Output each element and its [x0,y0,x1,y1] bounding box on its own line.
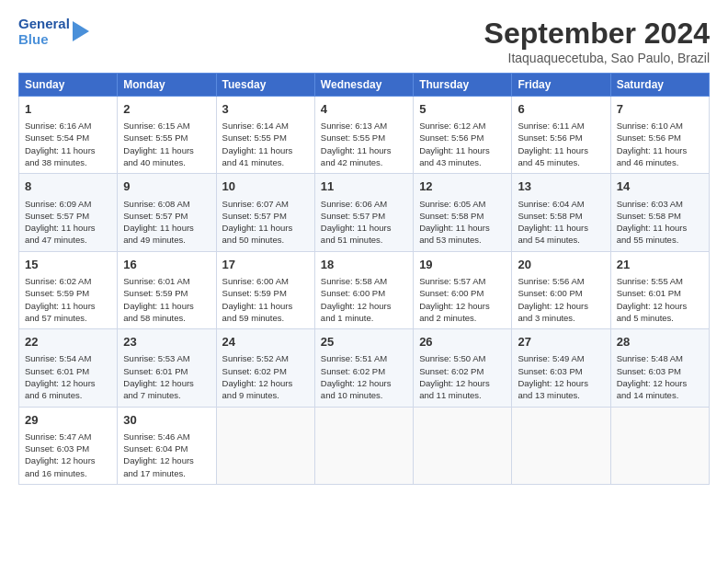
calendar-cell [216,407,314,484]
calendar-cell [414,407,512,484]
logo-line1: General [18,17,70,32]
logo-line2: Blue [18,32,70,48]
day-of-week-wednesday: Wednesday [314,74,413,97]
day-info: Sunrise: 5:46 AM Sunset: 6:04 PM Dayligh… [123,431,210,479]
day-number: 9 [123,178,210,195]
calendar-cell [314,407,413,484]
calendar-cell: 30Sunrise: 5:46 AM Sunset: 6:04 PM Dayli… [118,407,216,484]
day-number: 4 [321,101,407,118]
calendar-cell: 16Sunrise: 6:01 AM Sunset: 5:59 PM Dayli… [118,251,216,328]
location: Itaquaquecetuba, Sao Paulo, Brazil [484,51,710,65]
day-number: 27 [518,334,604,350]
calendar-cell: 19Sunrise: 5:57 AM Sunset: 6:00 PM Dayli… [414,251,512,328]
day-of-week-tuesday: Tuesday [216,74,314,97]
day-number: 16 [123,257,210,273]
day-info: Sunrise: 5:57 AM Sunset: 6:00 PM Dayligh… [419,275,506,324]
day-info: Sunrise: 5:55 AM Sunset: 6:01 PM Dayligh… [617,275,703,324]
day-info: Sunrise: 5:52 AM Sunset: 6:02 PM Dayligh… [222,352,309,401]
day-number: 14 [617,178,703,195]
day-info: Sunrise: 6:04 AM Sunset: 5:58 PM Dayligh… [518,198,604,247]
day-number: 8 [25,178,111,195]
day-of-week-monday: Monday [118,74,216,97]
calendar-cell: 4Sunrise: 6:13 AM Sunset: 5:55 PM Daylig… [314,97,413,174]
day-number: 24 [222,334,309,350]
calendar-cell: 11Sunrise: 6:06 AM Sunset: 5:57 PM Dayli… [314,174,413,251]
day-number: 6 [518,101,604,118]
calendar-cell: 9Sunrise: 6:08 AM Sunset: 5:57 PM Daylig… [118,174,216,251]
day-info: Sunrise: 6:06 AM Sunset: 5:57 PM Dayligh… [321,198,407,247]
day-of-week-friday: Friday [512,74,610,97]
day-number: 26 [419,334,506,350]
svg-marker-0 [73,21,89,41]
day-info: Sunrise: 6:16 AM Sunset: 5:54 PM Dayligh… [25,120,111,168]
day-number: 7 [617,101,703,118]
day-number: 19 [419,257,506,273]
day-info: Sunrise: 6:08 AM Sunset: 5:57 PM Dayligh… [123,198,210,247]
day-number: 29 [25,412,111,429]
calendar-cell: 1Sunrise: 6:16 AM Sunset: 5:54 PM Daylig… [19,97,118,174]
day-number: 23 [123,334,210,350]
day-info: Sunrise: 6:05 AM Sunset: 5:58 PM Dayligh… [419,198,506,247]
day-info: Sunrise: 6:14 AM Sunset: 5:55 PM Dayligh… [222,120,309,168]
day-info: Sunrise: 6:09 AM Sunset: 5:57 PM Dayligh… [25,198,111,247]
day-number: 1 [25,101,111,118]
calendar-cell: 22Sunrise: 5:54 AM Sunset: 6:01 PM Dayli… [19,329,118,407]
calendar-cell: 2Sunrise: 6:15 AM Sunset: 5:55 PM Daylig… [118,97,216,174]
header: General Blue September 2024 Itaquaquecet… [18,17,710,65]
day-info: Sunrise: 6:01 AM Sunset: 5:59 PM Dayligh… [123,275,210,324]
calendar-cell: 17Sunrise: 6:00 AM Sunset: 5:59 PM Dayli… [216,251,314,328]
day-info: Sunrise: 5:48 AM Sunset: 6:03 PM Dayligh… [617,352,703,401]
day-number: 18 [321,257,407,273]
day-info: Sunrise: 6:11 AM Sunset: 5:56 PM Dayligh… [518,120,604,168]
day-info: Sunrise: 6:13 AM Sunset: 5:55 PM Dayligh… [321,120,407,168]
calendar-cell: 13Sunrise: 6:04 AM Sunset: 5:58 PM Dayli… [512,174,610,251]
month-title: September 2024 [484,17,710,51]
calendar-cell: 7Sunrise: 6:10 AM Sunset: 5:56 PM Daylig… [610,97,709,174]
day-info: Sunrise: 6:02 AM Sunset: 5:59 PM Dayligh… [25,275,111,324]
day-of-week-saturday: Saturday [610,74,709,97]
calendar-cell: 18Sunrise: 5:58 AM Sunset: 6:00 PM Dayli… [314,251,413,328]
calendar-cell: 10Sunrise: 6:07 AM Sunset: 5:57 PM Dayli… [216,174,314,251]
calendar-cell: 29Sunrise: 5:47 AM Sunset: 6:03 PM Dayli… [19,407,118,484]
day-info: Sunrise: 5:47 AM Sunset: 6:03 PM Dayligh… [25,431,111,479]
day-info: Sunrise: 6:00 AM Sunset: 5:59 PM Dayligh… [222,275,309,324]
day-number: 28 [617,334,703,350]
logo: General Blue [18,17,89,47]
day-number: 22 [25,334,111,350]
calendar-cell: 15Sunrise: 6:02 AM Sunset: 5:59 PM Dayli… [19,251,118,328]
calendar-cell: 3Sunrise: 6:14 AM Sunset: 5:55 PM Daylig… [216,97,314,174]
calendar-header-row: SundayMondayTuesdayWednesdayThursdayFrid… [19,74,710,97]
calendar-week-row: 1Sunrise: 6:16 AM Sunset: 5:54 PM Daylig… [19,97,710,174]
calendar-cell: 14Sunrise: 6:03 AM Sunset: 5:58 PM Dayli… [610,174,709,251]
calendar-week-row: 29Sunrise: 5:47 AM Sunset: 6:03 PM Dayli… [19,407,710,484]
day-info: Sunrise: 5:49 AM Sunset: 6:03 PM Dayligh… [518,352,604,401]
day-info: Sunrise: 6:07 AM Sunset: 5:57 PM Dayligh… [222,198,309,247]
day-of-week-thursday: Thursday [414,74,512,97]
calendar-week-row: 15Sunrise: 6:02 AM Sunset: 5:59 PM Dayli… [19,251,710,328]
day-info: Sunrise: 5:58 AM Sunset: 6:00 PM Dayligh… [321,275,407,324]
day-info: Sunrise: 6:15 AM Sunset: 5:55 PM Dayligh… [123,120,210,168]
day-info: Sunrise: 6:03 AM Sunset: 5:58 PM Dayligh… [617,198,703,247]
calendar-cell: 6Sunrise: 6:11 AM Sunset: 5:56 PM Daylig… [512,97,610,174]
day-number: 30 [123,412,210,429]
day-number: 3 [222,101,309,118]
calendar-cell: 28Sunrise: 5:48 AM Sunset: 6:03 PM Dayli… [610,329,709,407]
day-info: Sunrise: 6:12 AM Sunset: 5:56 PM Dayligh… [419,120,506,168]
calendar-cell: 12Sunrise: 6:05 AM Sunset: 5:58 PM Dayli… [414,174,512,251]
day-number: 21 [617,257,703,273]
day-info: Sunrise: 5:53 AM Sunset: 6:01 PM Dayligh… [123,352,210,401]
calendar-cell: 5Sunrise: 6:12 AM Sunset: 5:56 PM Daylig… [414,97,512,174]
calendar-cell: 21Sunrise: 5:55 AM Sunset: 6:01 PM Dayli… [610,251,709,328]
title-block: September 2024 Itaquaquecetuba, Sao Paul… [484,17,710,65]
calendar-table: SundayMondayTuesdayWednesdayThursdayFrid… [18,73,710,485]
day-number: 5 [419,101,506,118]
day-info: Sunrise: 5:51 AM Sunset: 6:02 PM Dayligh… [321,352,407,401]
day-number: 13 [518,178,604,195]
calendar-cell: 27Sunrise: 5:49 AM Sunset: 6:03 PM Dayli… [512,329,610,407]
day-of-week-sunday: Sunday [19,74,118,97]
calendar-week-row: 22Sunrise: 5:54 AM Sunset: 6:01 PM Dayli… [19,329,710,407]
day-number: 15 [25,257,111,273]
day-number: 2 [123,101,210,118]
calendar-cell [512,407,610,484]
day-info: Sunrise: 5:50 AM Sunset: 6:02 PM Dayligh… [419,352,506,401]
